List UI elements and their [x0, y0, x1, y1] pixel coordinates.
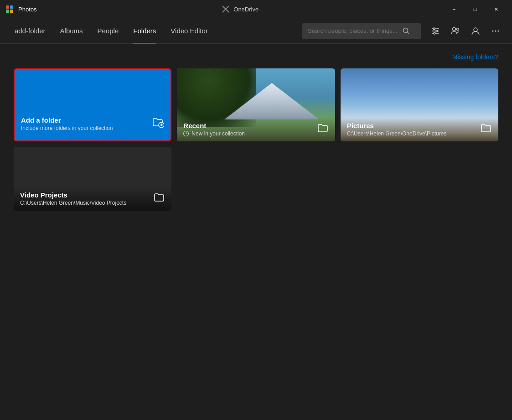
clock-icon	[183, 131, 189, 136]
search-box[interactable]	[302, 23, 421, 39]
recent-subtitle-text: New in your collection	[191, 130, 245, 137]
add-folder-card[interactable]: Add a folder Include more folders in you…	[14, 68, 171, 141]
nav-items: add-folder Albums People Folders Video E…	[7, 18, 215, 44]
account-button[interactable]	[466, 22, 485, 40]
svg-rect-1	[10, 5, 13, 9]
search-input[interactable]	[308, 27, 399, 34]
video-projects-overlay: Video Projects C:\Users\Helen Green\Musi…	[14, 187, 171, 211]
main-content: Missing folders? Add a folder Include mo…	[0, 44, 512, 220]
title-bar-controls: − □ ✕	[444, 0, 507, 18]
nav-bar: add-folder Albums People Folders Video E…	[0, 18, 512, 44]
app-icon	[5, 5, 14, 13]
nav-item-video-editor[interactable]: Video Editor	[163, 18, 215, 44]
title-bar: Photos OneDrive − □ ✕	[0, 0, 512, 18]
nav-item-albums[interactable]: Albums	[53, 18, 90, 44]
svg-point-19	[498, 30, 499, 31]
svg-point-15	[457, 28, 459, 30]
svg-point-6	[403, 28, 408, 32]
people-icon	[450, 26, 460, 36]
missing-folders-link[interactable]: Missing folders?	[452, 53, 498, 61]
recent-overlay: Recent New in your collection	[177, 117, 335, 141]
svg-rect-0	[6, 5, 9, 9]
more-button[interactable]	[486, 22, 505, 40]
pictures-subtitle: C:\Users\Helen Green\OneDrive\Pictures	[347, 130, 447, 137]
nav-item-people[interactable]: People	[90, 18, 126, 44]
app-title: Photos	[18, 6, 36, 13]
add-folder-title: Add a folder	[21, 116, 113, 124]
video-projects-title: Video Projects	[20, 191, 126, 199]
recent-folder-card[interactable]: Recent New in your collection	[177, 68, 335, 141]
svg-point-17	[492, 30, 494, 31]
recent-subtitle: New in your collection	[183, 130, 245, 137]
onedrive-area: OneDrive	[222, 5, 259, 13]
nav-item-folders[interactable]: Folders	[126, 18, 163, 44]
nav-actions	[426, 22, 505, 40]
svg-line-7	[408, 32, 409, 34]
video-projects-card[interactable]: Video Projects C:\Users\Helen Green\Musi…	[14, 147, 171, 211]
account-icon	[471, 26, 481, 36]
maximize-button[interactable]: □	[465, 0, 486, 18]
onedrive-label: OneDrive	[233, 6, 259, 13]
more-icon	[491, 26, 500, 36]
pictures-title: Pictures	[347, 122, 447, 130]
nav-item-collection[interactable]: add-folder	[7, 18, 53, 44]
nav-albums-label: Albums	[60, 27, 83, 35]
recent-text: Recent New in your collection	[183, 122, 245, 137]
pictures-text: Pictures C:\Users\Helen Green\OneDrive\P…	[347, 122, 447, 137]
folder-grid-row1: Add a folder Include more folders in you…	[14, 68, 498, 141]
minimize-button[interactable]: −	[444, 0, 465, 18]
close-button[interactable]: ✕	[486, 0, 507, 18]
svg-point-13	[434, 32, 435, 34]
video-projects-folder-icon	[153, 192, 165, 206]
svg-point-16	[474, 28, 477, 31]
add-folder-icon	[151, 116, 164, 131]
svg-point-11	[433, 28, 435, 30]
video-projects-subtitle: C:\Users\Helen Green\Music\Video Project…	[20, 200, 126, 206]
filter-button[interactable]	[426, 22, 445, 40]
svg-point-12	[436, 30, 438, 32]
pictures-folder-icon	[480, 122, 492, 137]
nav-video-editor-label: Video Editor	[171, 27, 207, 35]
recent-folder-icon	[317, 122, 329, 137]
folder-grid-row2: Video Projects C:\Users\Helen Green\Musi…	[14, 147, 498, 211]
add-folder-subtitle: Include more folders in your collection	[21, 125, 113, 131]
recent-title: Recent	[183, 122, 245, 130]
svg-rect-3	[10, 10, 13, 13]
pictures-overlay: Pictures C:\Users\Helen Green\OneDrive\P…	[341, 117, 498, 141]
filter-icon	[431, 26, 440, 36]
search-icon	[403, 27, 410, 35]
missing-folders-area: Missing folders?	[14, 53, 498, 61]
onedrive-x-icon	[222, 5, 230, 13]
nav-people-label: People	[98, 27, 119, 35]
svg-point-14	[453, 27, 456, 31]
people-button[interactable]	[446, 22, 465, 40]
video-projects-text: Video Projects C:\Users\Helen Green\Musi…	[20, 191, 126, 206]
add-folder-overlay: Add a folder Include more folders in you…	[15, 111, 171, 136]
pictures-folder-card[interactable]: Pictures C:\Users\Helen Green\OneDrive\P…	[341, 68, 498, 141]
nav-folders-label: Folders	[133, 27, 156, 35]
title-bar-left: Photos	[5, 5, 36, 13]
add-folder-text: Add a folder Include more folders in you…	[21, 116, 113, 131]
svg-rect-2	[6, 10, 9, 13]
svg-point-18	[495, 30, 496, 31]
